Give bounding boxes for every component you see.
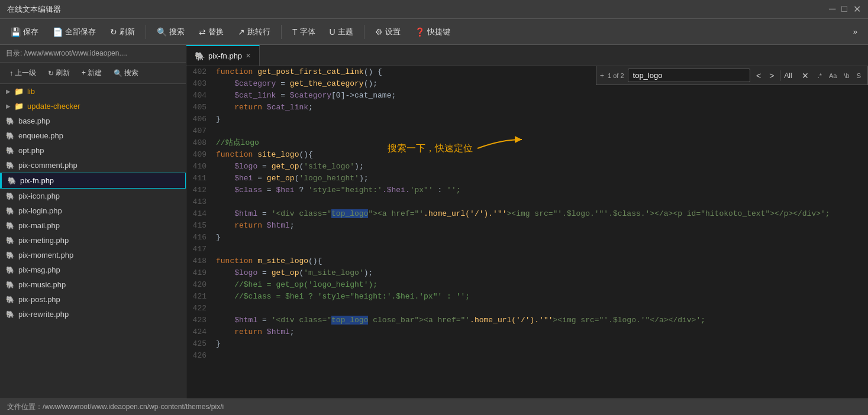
line-content: $logo = get_op('m_site_logo'); xyxy=(212,267,373,279)
goto-button[interactable]: ↗ 跳转行 xyxy=(232,24,276,40)
search-input[interactable] xyxy=(628,69,750,82)
line-number: 414 xyxy=(186,208,212,220)
case-option[interactable]: Aa xyxy=(826,71,840,80)
title-bar: 在线文本编辑器 ─ □ ✕ xyxy=(0,0,868,19)
sidebar-actions: ↑ 上一级 ↻ 刷新 + 新建 🔍 搜索 xyxy=(0,63,186,84)
close-btn[interactable]: ✕ xyxy=(853,4,861,15)
line-content: $class = $hei ? 'style="height:'.$hei.'p… xyxy=(212,184,461,196)
replace-button[interactable]: ⇄ 替换 xyxy=(193,24,230,40)
token: ><img src="'.$logo.'"'.$class.'> xyxy=(507,209,655,218)
file-item-enqueue-php[interactable]: 🐘enqueue.php xyxy=(0,128,186,143)
tab-close-button[interactable]: ✕ xyxy=(246,52,251,60)
line-number: 402 xyxy=(186,66,212,78)
token: $category xyxy=(216,79,276,88)
code-line: 419 $logo = get_op('m_site_logo'); xyxy=(186,267,868,279)
search-close-button[interactable]: ✕ xyxy=(799,70,811,82)
file-item-pix-rewrite-php[interactable]: 🐘pix-rewrite.php xyxy=(0,307,186,322)
token: = xyxy=(253,174,266,183)
file-item-pix-music-php[interactable]: 🐘pix-music.php xyxy=(0,277,186,292)
sidebar-refresh-button[interactable]: ↻ 刷新 xyxy=(43,66,75,80)
more-button[interactable]: » xyxy=(847,25,863,38)
file-item-opt-php[interactable]: 🐘opt.php xyxy=(0,143,186,158)
search-all-button[interactable]: All xyxy=(780,70,795,81)
file-name-label: pix-icon.php xyxy=(18,192,60,200)
token: </a></div>'; xyxy=(650,316,705,325)
sidebar-search-button[interactable]: 🔍 搜索 xyxy=(109,66,143,80)
token: function xyxy=(216,257,257,265)
token: site_logo xyxy=(257,150,299,159)
settings-icon: ⚙ xyxy=(375,27,383,37)
code-line: 404 $cat_link = $category[0]->cat_name; xyxy=(186,90,868,102)
new-button[interactable]: + 新建 xyxy=(77,66,107,80)
refresh-label: 刷新 xyxy=(120,27,135,37)
shortcuts-label: 快捷键 xyxy=(427,27,450,37)
code-line: 414 $html = '<div class="top_logo"><a hr… xyxy=(186,208,868,220)
search-prev-button[interactable]: < xyxy=(754,70,763,82)
goto-icon: ↗ xyxy=(238,27,245,37)
token: 'logo_height' xyxy=(299,174,359,183)
token: $logo xyxy=(216,268,257,277)
token: = xyxy=(257,316,271,325)
up-button[interactable]: ↑ 上一级 xyxy=(5,66,41,80)
save-all-button[interactable]: 📄 全部保存 xyxy=(47,24,102,40)
regex-option[interactable]: .* xyxy=(815,71,825,80)
php-icon: 🐘 xyxy=(6,132,15,140)
file-item-pix-post-php[interactable]: 🐘pix-post.php xyxy=(0,292,186,307)
tab-pix-fn-php[interactable]: 🐘 pix-fn.php ✕ xyxy=(186,45,260,66)
file-item-pix-comment-php[interactable]: 🐘pix-comment.php xyxy=(0,158,186,173)
shortcuts-button[interactable]: ❓ 快捷键 xyxy=(409,24,456,40)
line-content: $category = get_the_category(); xyxy=(212,78,377,90)
file-item-pix-meting-php[interactable]: 🐘pix-meting.php xyxy=(0,233,186,248)
app-title: 在线文本编辑器 xyxy=(7,4,61,15)
php-icon: 🐘 xyxy=(6,266,15,274)
line-number: 408 xyxy=(186,137,212,149)
file-item-lib[interactable]: ▶📁lib xyxy=(0,84,186,99)
token: ; xyxy=(290,221,295,230)
settings-button[interactable]: ⚙ 设置 xyxy=(369,24,406,40)
file-name-label: pix-post.php xyxy=(18,295,60,304)
line-content: function get_post_first_cat_link() { xyxy=(212,66,382,78)
line-content: $html = '<div class="top_logo close_bar"… xyxy=(212,315,705,326)
file-item-pix-login-php[interactable]: 🐘pix-login.php xyxy=(0,203,186,218)
font-button[interactable]: T 字体 xyxy=(286,24,321,40)
maximize-btn[interactable]: □ xyxy=(841,4,847,15)
token: ; xyxy=(290,328,295,336)
folder-expand-icon: ▶ xyxy=(6,88,11,95)
token: 'style="height:' xyxy=(308,186,382,194)
token: $hei xyxy=(276,186,294,194)
php-icon: 🐘 xyxy=(6,236,15,245)
save-icon: 💾 xyxy=(11,27,21,37)
code-editor[interactable]: 402function get_post_first_cat_link() {4… xyxy=(186,66,868,398)
file-item-base-php[interactable]: 🐘base.php xyxy=(0,114,186,128)
code-line: 408//站点logo xyxy=(186,137,868,149)
file-item-pix-mail-php[interactable]: 🐘pix-mail.php xyxy=(0,218,186,233)
window-controls[interactable]: ─ □ ✕ xyxy=(829,4,861,15)
token: = xyxy=(262,186,276,194)
token: ''; xyxy=(447,186,460,194)
minimize-btn[interactable]: ─ xyxy=(829,4,835,15)
theme-button[interactable]: U 主题 xyxy=(324,24,359,40)
line-number: 405 xyxy=(186,102,212,114)
save-button[interactable]: 💾 保存 xyxy=(5,24,44,40)
line-number: 418 xyxy=(186,255,212,267)
file-name-label: enqueue.php xyxy=(18,131,63,140)
file-name-label: update-checker xyxy=(27,102,80,111)
php-icon: 🐘 xyxy=(8,177,17,185)
refresh-button[interactable]: ↻ 刷新 xyxy=(104,24,141,40)
token: $html xyxy=(267,221,290,230)
s-option[interactable]: S xyxy=(854,71,864,80)
word-option[interactable]: \b xyxy=(841,71,852,80)
file-item-update-checker[interactable]: ▶📁update-checker xyxy=(0,99,186,114)
search-label: 搜索 xyxy=(169,27,185,37)
line-number: 409 xyxy=(186,149,212,161)
file-item-pix-fn-php[interactable]: 🐘pix-fn.php xyxy=(0,173,186,189)
search-next-button[interactable]: > xyxy=(767,70,776,82)
file-name-label: pix-music.php xyxy=(18,280,66,289)
editor-area: 🐘 pix-fn.php ✕ + 1 of 2 < > All ✕ .* Aa … xyxy=(186,45,868,398)
line-number: 415 xyxy=(186,220,212,232)
file-item-pix-icon-php[interactable]: 🐘pix-icon.php xyxy=(0,189,186,203)
file-item-pix-msg-php[interactable]: 🐘pix-msg.php xyxy=(0,262,186,277)
file-item-pix-moment-php[interactable]: 🐘pix-moment.php xyxy=(0,248,186,262)
search-button[interactable]: 🔍 搜索 xyxy=(151,24,191,40)
file-name-label: pix-login.php xyxy=(18,206,62,215)
